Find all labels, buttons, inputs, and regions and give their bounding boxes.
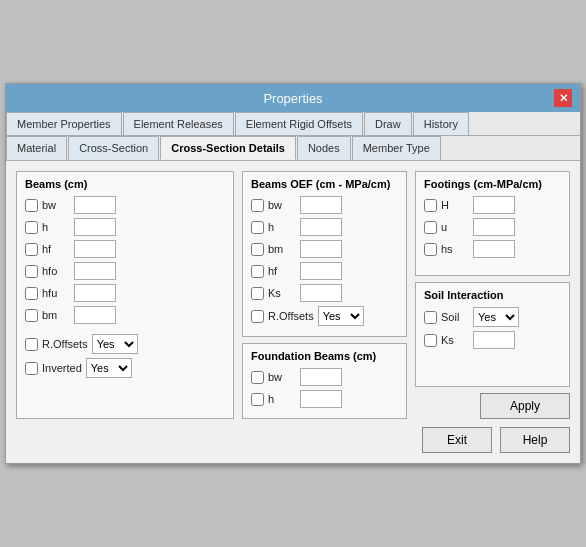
tab-member-properties[interactable]: Member Properties bbox=[6, 112, 122, 135]
beams-hfu-checkbox[interactable] bbox=[25, 287, 38, 300]
footings-H-input[interactable]: 0 bbox=[473, 196, 515, 214]
beams-hf-checkbox[interactable] bbox=[25, 243, 38, 256]
oef-bw-row: bw 0 bbox=[251, 196, 398, 214]
tab-material[interactable]: Material bbox=[6, 136, 67, 160]
beams-hfu-row: hfu 0 bbox=[25, 284, 225, 302]
oef-roffsets-row: R.Offsets Yes No bbox=[251, 306, 398, 326]
oef-bm-input[interactable]: 0 bbox=[300, 240, 342, 258]
oef-roffsets-checkbox[interactable] bbox=[251, 310, 264, 323]
foundation-beams-title: Foundation Beams (cm) bbox=[251, 350, 398, 362]
apply-button[interactable]: Apply bbox=[480, 393, 570, 419]
oef-h-row: h 0 bbox=[251, 218, 398, 236]
oef-h-checkbox[interactable] bbox=[251, 221, 264, 234]
soil-ks-input[interactable]: 0 bbox=[473, 331, 515, 349]
footings-hs-input[interactable]: 0 bbox=[473, 240, 515, 258]
footings-section: Footings (cm-MPa/cm) H 0 u 0 hs 0 bbox=[415, 171, 570, 276]
oef-hf-input[interactable]: 0 bbox=[300, 262, 342, 280]
oef-hf-checkbox[interactable] bbox=[251, 265, 264, 278]
beams-roffsets-row: R.Offsets Yes No bbox=[25, 334, 225, 354]
beams-roffsets-checkbox[interactable] bbox=[25, 338, 38, 351]
exit-button[interactable]: Exit bbox=[422, 427, 492, 453]
beams-h-label: h bbox=[42, 221, 70, 233]
footings-hs-label: hs bbox=[441, 243, 469, 255]
beams-bw-checkbox[interactable] bbox=[25, 199, 38, 212]
beams-inverted-label: Inverted bbox=[42, 362, 82, 374]
soil-checkbox[interactable] bbox=[424, 311, 437, 324]
oef-hf-label: hf bbox=[268, 265, 296, 277]
oef-roffsets-label: R.Offsets bbox=[268, 310, 314, 322]
footings-u-checkbox[interactable] bbox=[424, 221, 437, 234]
oef-h-label: h bbox=[268, 221, 296, 233]
oef-bw-checkbox[interactable] bbox=[251, 199, 264, 212]
fb-bw-input[interactable]: 0 bbox=[300, 368, 342, 386]
footings-u-row: u 0 bbox=[424, 218, 561, 236]
footings-hs-checkbox[interactable] bbox=[424, 243, 437, 256]
soil-row: Soil Yes No bbox=[424, 307, 561, 327]
beams-oef-section: Beams OEF (cm - MPa/cm) bw 0 h 0 bm bbox=[242, 171, 407, 337]
fb-h-checkbox[interactable] bbox=[251, 393, 264, 406]
oef-roffsets-select[interactable]: Yes No bbox=[318, 306, 364, 326]
soil-ks-row: Ks 0 bbox=[424, 331, 561, 349]
tab-member-type[interactable]: Member Type bbox=[352, 136, 441, 160]
soil-select[interactable]: Yes No bbox=[473, 307, 519, 327]
content-area: Beams (cm) bw 0 h 0 hf 0 bbox=[6, 161, 580, 463]
footings-u-input[interactable]: 0 bbox=[473, 218, 515, 236]
beams-hf-input[interactable]: 0 bbox=[74, 240, 116, 258]
beams-bm-input[interactable]: 0 bbox=[74, 306, 116, 324]
beams-bm-checkbox[interactable] bbox=[25, 309, 38, 322]
oef-ks-row: Ks 0 bbox=[251, 284, 398, 302]
beams-hfu-label: hfu bbox=[42, 287, 70, 299]
beams-title: Beams (cm) bbox=[25, 178, 225, 190]
beams-hfo-input[interactable]: 0 bbox=[74, 262, 116, 280]
middle-column: Beams OEF (cm - MPa/cm) bw 0 h 0 bm bbox=[242, 171, 407, 419]
beams-inverted-row: Inverted Yes No bbox=[25, 358, 225, 378]
fb-bw-label: bw bbox=[268, 371, 296, 383]
close-button[interactable]: ✕ bbox=[554, 89, 572, 107]
fb-h-row: h 0 bbox=[251, 390, 398, 408]
beams-roffsets-label: R.Offsets bbox=[42, 338, 88, 350]
oef-bw-label: bw bbox=[268, 199, 296, 211]
oef-bw-input[interactable]: 0 bbox=[300, 196, 342, 214]
beams-hf-label: hf bbox=[42, 243, 70, 255]
oef-ks-label: Ks bbox=[268, 287, 296, 299]
sections-row: Beams (cm) bw 0 h 0 hf 0 bbox=[16, 171, 570, 419]
beams-h-checkbox[interactable] bbox=[25, 221, 38, 234]
soil-interaction-section: Soil Interaction Soil Yes No Ks 0 bbox=[415, 282, 570, 387]
beams-hfu-input[interactable]: 0 bbox=[74, 284, 116, 302]
beams-inverted-checkbox[interactable] bbox=[25, 362, 38, 375]
tab-history[interactable]: History bbox=[413, 112, 469, 135]
beams-inverted-select[interactable]: Yes No bbox=[86, 358, 132, 378]
beams-bw-input[interactable]: 0 bbox=[74, 196, 116, 214]
beams-roffsets-select[interactable]: Yes No bbox=[92, 334, 138, 354]
beams-hfo-checkbox[interactable] bbox=[25, 265, 38, 278]
tab-draw[interactable]: Draw bbox=[364, 112, 412, 135]
beams-hfo-label: hfo bbox=[42, 265, 70, 277]
beams-h-input[interactable]: 0 bbox=[74, 218, 116, 236]
tab-element-rigid-offsets[interactable]: Element Rigid Offsets bbox=[235, 112, 363, 135]
title-bar: Properties ✕ bbox=[6, 84, 580, 112]
fb-bw-row: bw 0 bbox=[251, 368, 398, 386]
soil-interaction-title: Soil Interaction bbox=[424, 289, 561, 301]
footings-H-checkbox[interactable] bbox=[424, 199, 437, 212]
beams-bw-label: bw bbox=[42, 199, 70, 211]
oef-h-input[interactable]: 0 bbox=[300, 218, 342, 236]
tab-nodes[interactable]: Nodes bbox=[297, 136, 351, 160]
oef-ks-input[interactable]: 0 bbox=[300, 284, 342, 302]
beams-hfo-row: hfo 0 bbox=[25, 262, 225, 280]
soil-ks-checkbox[interactable] bbox=[424, 334, 437, 347]
tab-cross-section[interactable]: Cross-Section bbox=[68, 136, 159, 160]
oef-bm-row: bm 0 bbox=[251, 240, 398, 258]
help-button[interactable]: Help bbox=[500, 427, 570, 453]
tab-element-releases[interactable]: Element Releases bbox=[123, 112, 234, 135]
oef-ks-checkbox[interactable] bbox=[251, 287, 264, 300]
beams-section: Beams (cm) bw 0 h 0 hf 0 bbox=[16, 171, 234, 419]
fb-h-input[interactable]: 0 bbox=[300, 390, 342, 408]
fb-bw-checkbox[interactable] bbox=[251, 371, 264, 384]
right-column: Footings (cm-MPa/cm) H 0 u 0 hs 0 bbox=[415, 171, 570, 419]
oef-bm-checkbox[interactable] bbox=[251, 243, 264, 256]
beams-hf-row: hf 0 bbox=[25, 240, 225, 258]
oef-bm-label: bm bbox=[268, 243, 296, 255]
apply-button-area: Apply bbox=[415, 393, 570, 419]
tab-cross-section-details[interactable]: Cross-Section Details bbox=[160, 136, 296, 160]
footings-H-row: H 0 bbox=[424, 196, 561, 214]
